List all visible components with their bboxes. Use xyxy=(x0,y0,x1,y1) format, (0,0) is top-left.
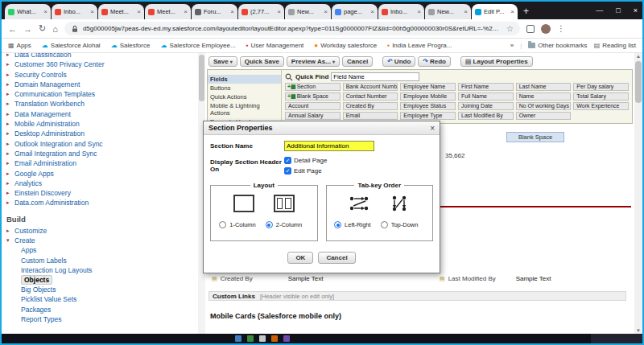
palette-category[interactable]: Mobile & Lightning Actions xyxy=(208,101,281,117)
expand-arrow-icon[interactable]: ▸ xyxy=(6,188,12,198)
bookmark-item[interactable]: ● Workday salesforce xyxy=(314,42,377,49)
expand-arrow-icon[interactable]: ▸ xyxy=(6,198,12,207)
sidebar-item-create[interactable]: ▾ Create xyxy=(6,236,198,245)
checkbox-option[interactable]: Edit Page xyxy=(284,167,327,175)
blank-space-element[interactable]: Blank Space xyxy=(506,132,564,142)
sidebar-item-customize[interactable]: ▸ Customize xyxy=(6,226,198,236)
checkbox-option[interactable]: Detail Page xyxy=(284,157,327,164)
palette-category[interactable]: Buttons xyxy=(208,84,281,92)
tab-close-icon[interactable]: × xyxy=(464,8,468,15)
bookmark-star-icon[interactable]: ☆ xyxy=(506,24,514,33)
setup-nav-item[interactable]: ▸ Outlook Integration and Sync xyxy=(6,139,198,149)
top-down-radio[interactable] xyxy=(381,221,388,228)
setup-nav-item[interactable]: ▸ Data.com Administration xyxy=(6,198,198,207)
palette-field-chip[interactable]: First Name xyxy=(458,83,514,91)
bookmark-item[interactable]: ☁ Salesforce Alohal xyxy=(42,42,101,49)
setup-nav-item[interactable]: ▸ Customer 360 Privacy Center xyxy=(6,60,198,69)
taskbar-icon[interactable] xyxy=(259,335,266,342)
setup-nav-item[interactable]: ▸ Domain Management xyxy=(6,80,198,89)
home-button[interactable]: ⌂ xyxy=(52,24,58,34)
bookmark-item[interactable]: ▪ User Management xyxy=(246,42,304,49)
forward-button[interactable]: → xyxy=(23,24,32,34)
create-child-label[interactable]: Packages xyxy=(21,306,51,314)
expand-arrow-icon[interactable]: ▸ xyxy=(6,53,12,60)
palette-field-chip[interactable]: Last Name xyxy=(516,83,572,91)
browser-tab[interactable]: Meet... × xyxy=(98,4,144,19)
tab-close-icon[interactable]: × xyxy=(277,8,281,15)
setup-nav-item[interactable]: ▸ Desktop Administration xyxy=(6,129,198,138)
setup-nav-item[interactable]: ▸ Security Controls xyxy=(6,70,198,80)
expand-arrow-icon[interactable]: ▸ xyxy=(6,119,12,129)
bookmark-item[interactable]: ▦ Apps xyxy=(8,42,31,49)
expand-arrow-icon[interactable]: ▸ xyxy=(6,139,12,149)
quick-find-input[interactable] xyxy=(331,72,419,81)
ok-button[interactable]: OK xyxy=(287,252,313,264)
setup-nav-item[interactable]: ▸ Google Apps xyxy=(6,169,198,179)
create-child-item[interactable]: Apps xyxy=(6,245,198,255)
bookmark-item[interactable]: ☁ Salesforce xyxy=(111,42,151,49)
browser-tab[interactable]: Meet... × xyxy=(145,4,191,19)
save-button[interactable]: Save▾ xyxy=(208,56,237,67)
browser-tab[interactable]: Foru... × xyxy=(192,4,237,19)
setup-nav-item[interactable]: ▸ Translation Workbench xyxy=(6,99,198,109)
browser-tab[interactable]: Edit P... × xyxy=(472,4,518,19)
layout-properties-button[interactable]: ▤Layout Properties xyxy=(460,56,533,67)
other-bookmarks-button[interactable]: Other bookmarks xyxy=(528,42,587,49)
bookmarks-overflow-icon[interactable]: » xyxy=(510,42,514,49)
palette-field-chip[interactable]: Joining Date xyxy=(458,102,514,110)
expand-arrow-icon[interactable]: ▸ xyxy=(6,129,12,138)
setup-nav-item[interactable]: ▸ Communication Templates xyxy=(6,89,198,99)
create-child-item[interactable]: Interaction Log Layouts xyxy=(6,265,198,275)
create-child-item[interactable]: Picklist Value Sets xyxy=(6,294,198,304)
palette-field-chip[interactable]: +▦ Blank Space xyxy=(285,92,341,101)
quick-save-button[interactable]: Quick Save xyxy=(240,56,284,67)
tab-close-icon[interactable]: × xyxy=(417,8,421,15)
browser-menu-icon[interactable]: ⋮ xyxy=(557,24,565,33)
setup-nav-item[interactable]: ▸ Analytics xyxy=(6,179,198,188)
canvas-field[interactable]: ▤ Created By Sample Text xyxy=(212,275,324,282)
url-omnibox[interactable]: d5g000005jw7peas-dev-ed.my.salesforce.co… xyxy=(64,22,520,35)
create-child-label[interactable]: Apps xyxy=(21,246,36,254)
page-scrollbar[interactable]: ▲ ▼ xyxy=(634,53,642,334)
taskbar-icon[interactable] xyxy=(283,335,290,342)
checkbox-icon[interactable] xyxy=(284,157,291,164)
palette-field-chip[interactable]: +▦ Section xyxy=(285,83,341,91)
dialog-close-icon[interactable]: × xyxy=(430,124,435,133)
setup-nav-item[interactable]: ▸ Data Classification xyxy=(6,53,198,60)
palette-category[interactable]: Fields xyxy=(208,75,281,84)
palette-field-chip[interactable]: Total Salary xyxy=(573,92,629,101)
dialog-title-bar[interactable]: Section Properties × xyxy=(204,121,440,135)
create-child-item[interactable]: Big Objects xyxy=(6,285,198,294)
tab-close-icon[interactable]: × xyxy=(324,8,328,15)
one-column-radio[interactable] xyxy=(219,221,226,228)
window-close-button[interactable]: × xyxy=(634,6,638,14)
two-column-radio[interactable] xyxy=(266,221,273,228)
create-child-item[interactable]: Report Types xyxy=(6,314,198,324)
taskbar-tray[interactable] xyxy=(591,334,642,343)
palette-field-chip[interactable]: Name xyxy=(516,92,572,101)
back-button[interactable]: ← xyxy=(8,24,17,34)
bookmark-item[interactable]: ▪ India Leave Progra... xyxy=(387,42,452,49)
tab-close-icon[interactable]: × xyxy=(230,8,234,15)
create-child-item[interactable]: Objects xyxy=(6,275,198,285)
cancel-button[interactable]: Cancel xyxy=(342,56,373,67)
expand-arrow-icon[interactable]: ▸ xyxy=(6,70,12,80)
taskbar-icon[interactable] xyxy=(271,335,278,342)
expand-arrow-icon[interactable]: ▸ xyxy=(6,89,12,99)
expand-arrow-icon[interactable]: ▸ xyxy=(6,179,12,188)
browser-tab[interactable]: Inbo... × xyxy=(52,4,97,19)
create-child-label[interactable]: Interaction Log Layouts xyxy=(21,266,92,274)
browser-tab[interactable]: New... × xyxy=(285,4,331,19)
scrollbar-thumb[interactable] xyxy=(635,61,642,103)
palette-field-chip[interactable]: Account xyxy=(285,102,341,110)
scrollbar-thumb[interactable] xyxy=(199,55,204,101)
expand-arrow-icon[interactable]: ▸ xyxy=(6,226,12,236)
create-child-item[interactable]: Packages xyxy=(6,305,198,314)
setup-nav-item[interactable]: ▸ Data Management xyxy=(6,109,198,119)
palette-field-chip[interactable]: Full Name xyxy=(458,92,514,101)
browser-tab[interactable]: What... × xyxy=(5,4,51,19)
undo-button[interactable]: ↶Undo xyxy=(382,56,415,67)
create-child-label[interactable]: Report Types xyxy=(21,315,61,323)
new-tab-button[interactable]: + xyxy=(523,6,529,17)
checkbox-icon[interactable] xyxy=(284,167,291,175)
